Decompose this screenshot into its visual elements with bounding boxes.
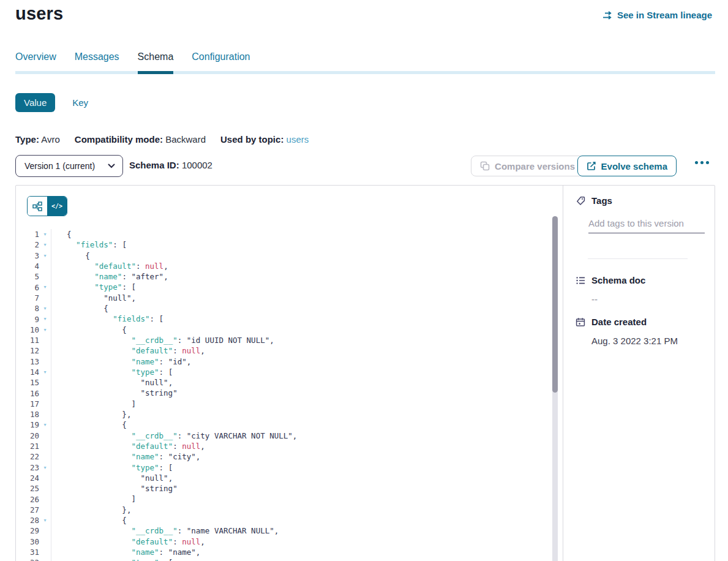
tab-schema[interactable]: Schema (138, 51, 174, 74)
code-view-button[interactable]: </> (47, 197, 67, 216)
value-toggle-button[interactable]: Value (15, 93, 55, 112)
collapse-triangle-icon[interactable]: ▾ (39, 282, 51, 292)
line-number: 23 (16, 463, 39, 472)
collapse-triangle-icon[interactable]: ▾ (39, 420, 51, 430)
line-number: 22 (16, 452, 39, 461)
code-line: 2▾ "fields": [ (16, 239, 546, 250)
add-tags-input[interactable] (588, 218, 705, 233)
version-select-value: Version 1 (current) (24, 161, 95, 171)
line-number: 8 (16, 304, 39, 313)
tree-view-icon (32, 201, 42, 211)
divider (588, 258, 688, 259)
stream-lineage-icon (602, 11, 613, 20)
list-icon (576, 276, 585, 285)
topic-link[interactable]: users (287, 134, 309, 145)
code-line: 23▾ "type": [ (16, 462, 546, 473)
code-line-text: { (51, 303, 546, 314)
line-number: 13 (16, 357, 39, 366)
code-line: 19▾ { (16, 420, 546, 430)
code-line: 25 "string" (16, 483, 546, 494)
compatibility-value: Backward (165, 134, 206, 145)
code-line-text: }, (51, 409, 546, 420)
tab-bar: Overview Messages Schema Configuration (15, 51, 715, 74)
evolve-schema-button[interactable]: Evolve schema (577, 156, 677, 176)
more-options-button[interactable] (695, 161, 709, 164)
code-line-text: "null", (51, 473, 546, 483)
code-line: 22 "name": "city", (16, 451, 546, 462)
code-line: 32▾ "type": [ (16, 557, 546, 561)
scrollbar-thumb[interactable] (552, 216, 558, 393)
date-created-section: Date created Aug. 3 2022 3:21 PM (576, 317, 701, 346)
line-number: 25 (16, 484, 39, 493)
type-field: Type: Avro (15, 134, 60, 145)
code-line: 1▾ { (16, 229, 546, 239)
code-line-text: { (51, 515, 546, 525)
line-number: 4 (16, 262, 39, 271)
line-number: 19 (16, 420, 39, 429)
code-line: 8▾ { (16, 303, 546, 314)
code-line-text: { (51, 325, 546, 335)
collapse-triangle-icon[interactable]: ▾ (39, 515, 51, 525)
line-number: 26 (16, 495, 39, 504)
line-number: 32 (16, 558, 39, 561)
version-select[interactable]: Version 1 (current) (15, 155, 123, 177)
code-line: 31 "name": "name", (16, 547, 546, 557)
code-line: 18 }, (16, 409, 546, 420)
compare-versions-icon (480, 161, 490, 171)
code-line-text: "fields": [ (51, 314, 546, 324)
used-by-topic-field: Used by topic: users (220, 134, 309, 145)
code-line-text: "null", (51, 377, 546, 388)
collapse-triangle-icon[interactable]: ▾ (39, 303, 51, 314)
scrollbar-track[interactable] (552, 216, 558, 561)
code-line: 30 "default": null, (16, 537, 546, 547)
collapse-triangle-icon[interactable]: ▾ (39, 367, 51, 377)
schema-doc-section: Schema doc -- (576, 275, 701, 304)
collapse-triangle-icon[interactable]: ▾ (39, 250, 51, 261)
code-line-text: { (51, 420, 546, 430)
page-title: users (15, 4, 63, 24)
date-created-value: Aug. 3 2022 3:21 PM (591, 336, 701, 346)
schema-code-panel: </> 1▾ {2▾ "fields": [3▾ {4 "default": n… (16, 186, 564, 561)
tags-section: Tags (576, 195, 701, 233)
collapse-triangle-icon[interactable]: ▾ (39, 462, 51, 473)
collapse-triangle-icon[interactable]: ▾ (39, 557, 51, 561)
collapse-triangle-icon[interactable]: ▾ (39, 325, 51, 335)
schema-side-panel: Tags Schema doc -- (563, 186, 715, 561)
code-line-text: "name": "name", (51, 547, 546, 557)
code-line-text: "fields": [ (51, 239, 546, 250)
line-number: 10 (16, 325, 39, 334)
code-line-text: ] (51, 494, 546, 504)
collapse-triangle-icon[interactable]: ▾ (39, 239, 51, 250)
code-line: 6▾ "type": [ (16, 282, 546, 292)
code-line: 4 "default": null, (16, 261, 546, 271)
line-number: 21 (16, 442, 39, 451)
code-line: 14▾ "type": [ (16, 367, 546, 377)
compare-versions-button[interactable]: Compare versions (471, 156, 584, 176)
tree-view-button[interactable] (28, 197, 47, 216)
schema-id-value: 100002 (182, 160, 212, 170)
code-line: 12 "default": null, (16, 345, 546, 356)
date-created-title: Date created (591, 317, 647, 327)
code-line: 15 "null", (16, 377, 546, 388)
code-line-text: { (51, 229, 546, 239)
line-number: 1 (16, 230, 39, 239)
code-line: 29 "__crdb__": "name VARCHAR NULL", (16, 525, 546, 536)
collapse-triangle-icon[interactable]: ▾ (39, 229, 51, 239)
code-line-text: "default": null, (51, 537, 546, 547)
code-view-icon: </> (51, 203, 62, 209)
collapse-triangle-icon[interactable]: ▾ (39, 314, 51, 324)
evolve-schema-label: Evolve schema (601, 161, 667, 171)
code-line-text: "__crdb__": "city VARCHAR NOT NULL", (51, 431, 546, 441)
key-toggle-button[interactable]: Key (72, 97, 88, 108)
code-line: 27 }, (16, 505, 546, 515)
code-line: 24 "null", (16, 473, 546, 483)
line-number: 5 (16, 272, 39, 281)
edit-schema-icon (587, 161, 596, 171)
line-number: 2 (16, 240, 39, 249)
code-line-text: "name": "after", (51, 271, 546, 282)
code-line: 28▾ { (16, 515, 546, 525)
see-in-stream-lineage-link[interactable]: See in Stream lineage (602, 10, 712, 20)
schema-code-editor[interactable]: 1▾ {2▾ "fields": [3▾ {4 "default": null,… (16, 229, 546, 561)
code-line-text: "string" (51, 388, 546, 398)
line-number: 28 (16, 516, 39, 525)
